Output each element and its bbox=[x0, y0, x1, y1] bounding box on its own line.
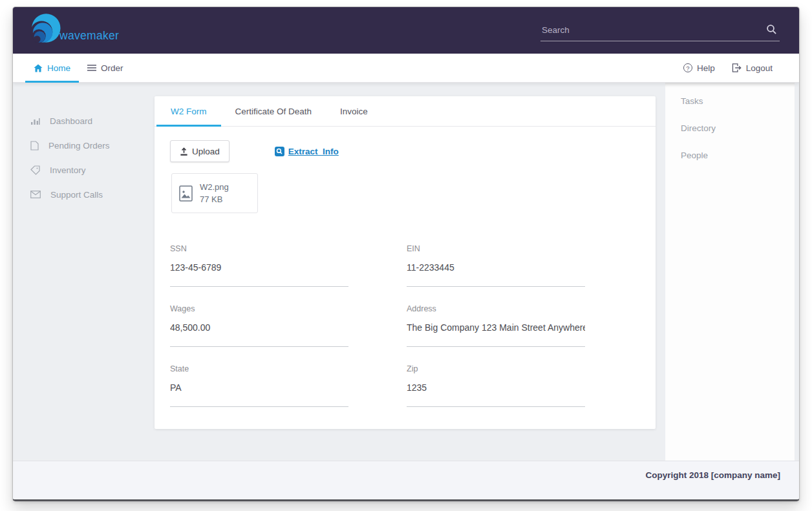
field-wages: Wages 48,500.00 bbox=[170, 304, 348, 347]
nav-logout-label: Logout bbox=[746, 63, 773, 73]
tab-panel-w2-form: Upload Extract_Info bbox=[155, 127, 656, 424]
field-ssn: SSN 123-45-6789 bbox=[170, 244, 348, 287]
home-icon bbox=[34, 64, 43, 72]
tab-w2-form[interactable]: W2 Form bbox=[156, 96, 221, 126]
address-input[interactable]: The Big Company 123 Main Street Anywhere… bbox=[407, 322, 585, 347]
right-panel-item-directory[interactable]: Directory bbox=[665, 114, 795, 141]
app-header: wavemaker bbox=[13, 7, 799, 54]
tab-label: W2 Form bbox=[171, 107, 207, 116]
brand-text: wavemaker bbox=[59, 29, 119, 43]
wavemaker-logo-icon bbox=[26, 12, 63, 48]
image-file-icon bbox=[179, 185, 193, 202]
search-input[interactable] bbox=[540, 21, 780, 41]
nav-item-home[interactable]: Home bbox=[25, 54, 79, 82]
file-name: W2.png bbox=[200, 181, 229, 193]
right-panel: Tasks Directory People bbox=[665, 83, 795, 461]
file-meta: W2.png 77 KB bbox=[200, 181, 229, 205]
help-icon: ? bbox=[683, 63, 692, 72]
field-label: SSN bbox=[170, 244, 348, 253]
field-label: Wages bbox=[170, 304, 348, 313]
left-sidebar: Dashboard Pending Orders Inventory bbox=[13, 83, 155, 207]
tab-certificate-of-death[interactable]: Certificate Of Death bbox=[221, 96, 326, 126]
right-panel-item-tasks[interactable]: Tasks bbox=[665, 87, 795, 114]
nav-help-label: Help bbox=[697, 63, 715, 73]
extract-info-icon bbox=[275, 147, 284, 156]
bar-chart-icon bbox=[30, 116, 40, 125]
field-address: Address The Big Company 123 Main Street … bbox=[407, 304, 585, 347]
right-panel-item-people[interactable]: People bbox=[665, 141, 795, 169]
field-label: State bbox=[170, 364, 348, 373]
ein-input[interactable]: 11-2233445 bbox=[407, 262, 585, 287]
field-ein: EIN 11-2233445 bbox=[407, 244, 585, 287]
w2-form-grid: SSN 123-45-6789 EIN 11-2233445 Wages 48,… bbox=[170, 244, 640, 424]
nav-left: Home Order bbox=[13, 54, 132, 82]
right-panel-label: Directory bbox=[681, 123, 716, 133]
app-window: wavemaker Home bbox=[12, 6, 800, 501]
brand-logo[interactable]: wavemaker bbox=[26, 12, 119, 48]
sidebar-item-inventory[interactable]: Inventory bbox=[13, 158, 155, 182]
sidebar-item-dashboard[interactable]: Dashboard bbox=[13, 109, 155, 133]
copyright-text: Copyright 2018 [company name] bbox=[645, 470, 780, 480]
field-label: EIN bbox=[407, 244, 585, 253]
state-input[interactable]: PA bbox=[170, 382, 348, 407]
nav-bar: Home Order ? Help bbox=[13, 54, 799, 83]
upload-row: Upload Extract_Info bbox=[170, 140, 640, 162]
field-label: Zip bbox=[407, 364, 585, 373]
body-area: Dashboard Pending Orders Inventory bbox=[13, 83, 799, 461]
tag-icon bbox=[30, 165, 40, 175]
logout-icon bbox=[732, 63, 742, 72]
nav-order-label: Order bbox=[101, 63, 123, 73]
ssn-input[interactable]: 123-45-6789 bbox=[170, 262, 348, 287]
tab-label: Invoice bbox=[340, 107, 368, 116]
upload-icon bbox=[180, 147, 188, 156]
sidebar-label: Inventory bbox=[50, 165, 86, 175]
nav-item-logout[interactable]: Logout bbox=[723, 54, 781, 82]
nav-item-help[interactable]: ? Help bbox=[675, 54, 723, 82]
sidebar-item-pending-orders[interactable]: Pending Orders bbox=[13, 133, 155, 158]
right-panel-label: Tasks bbox=[681, 96, 703, 106]
wages-input[interactable]: 48,500.00 bbox=[170, 322, 348, 347]
tab-label: Certificate Of Death bbox=[235, 107, 312, 116]
sidebar-label: Dashboard bbox=[50, 116, 92, 126]
zip-input[interactable]: 1235 bbox=[407, 382, 585, 407]
list-icon bbox=[87, 64, 96, 72]
app-footer: Copyright 2018 [company name] bbox=[13, 461, 799, 499]
search-icon[interactable] bbox=[766, 24, 777, 37]
nav-item-order[interactable]: Order bbox=[79, 54, 132, 82]
uploaded-file-card[interactable]: W2.png 77 KB bbox=[171, 173, 258, 213]
document-icon bbox=[30, 141, 39, 151]
tab-bar: W2 Form Certificate Of Death Invoice bbox=[155, 96, 656, 127]
sidebar-item-support-calls[interactable]: Support Calls bbox=[13, 182, 155, 207]
upload-button[interactable]: Upload bbox=[170, 140, 230, 162]
field-state: State PA bbox=[170, 364, 348, 407]
sidebar-label: Support Calls bbox=[50, 190, 103, 200]
file-size: 77 KB bbox=[200, 193, 229, 205]
sidebar-label: Pending Orders bbox=[48, 141, 110, 151]
main-card: W2 Form Certificate Of Death Invoice bbox=[155, 96, 656, 429]
right-panel-label: People bbox=[681, 151, 708, 160]
field-zip: Zip 1235 bbox=[407, 364, 585, 407]
upload-button-label: Upload bbox=[192, 147, 220, 156]
search-container bbox=[540, 21, 780, 41]
nav-home-label: Home bbox=[47, 63, 70, 73]
envelope-icon bbox=[30, 191, 41, 198]
nav-right: ? Help Logout bbox=[675, 54, 799, 82]
field-label: Address bbox=[407, 304, 585, 313]
extract-info-label: Extract_Info bbox=[288, 147, 339, 156]
tab-invoice[interactable]: Invoice bbox=[326, 96, 382, 126]
extract-info-link[interactable]: Extract_Info bbox=[275, 147, 339, 156]
